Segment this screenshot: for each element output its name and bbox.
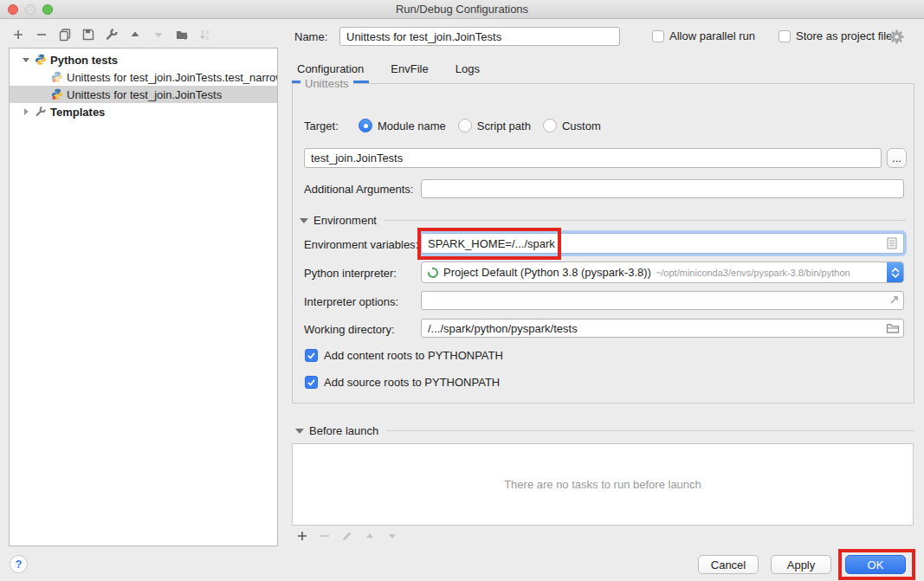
checkbox-checked-icon[interactable] xyxy=(305,349,318,362)
tree-item-label: Templates xyxy=(50,106,105,119)
help-button[interactable]: ? xyxy=(10,555,28,573)
tree-item-unittests-jointests-selected[interactable]: Unittests for test_join.JoinTests xyxy=(10,86,277,103)
before-launch-tasks-list[interactable]: There are no tasks to run before launch xyxy=(292,443,914,526)
title-bar: Run/Debug Configurations xyxy=(0,0,924,19)
environment-variables-label: Environment variables: xyxy=(304,238,418,251)
interpreter-path: ~/opt/miniconda3/envs/pyspark-3.8/bin/py… xyxy=(656,268,850,278)
tree-item-python-tests[interactable]: Python tests xyxy=(10,51,277,68)
python-interpreter-select[interactable]: Project Default (Python 3.8 (pyspark-3.8… xyxy=(421,261,904,283)
tab-logs[interactable]: Logs xyxy=(450,62,485,83)
edit-task-icon xyxy=(341,530,353,545)
tree-item-unittests-narrow[interactable]: Unittests for test_join.JoinTests.test_n… xyxy=(10,68,277,86)
target-input[interactable] xyxy=(304,148,882,168)
before-launch-header-label: Before launch xyxy=(309,424,378,437)
tab-envfile[interactable]: EnvFile xyxy=(385,62,433,83)
allow-parallel-run-label: Allow parallel run xyxy=(669,29,755,42)
conda-environment-icon xyxy=(427,267,439,279)
remove-task-icon xyxy=(319,530,331,545)
interpreter-options-label: Interpreter options: xyxy=(304,295,398,308)
radio-script-path[interactable] xyxy=(458,119,472,132)
edit-templates-icon[interactable] xyxy=(105,28,119,42)
svg-text:a: a xyxy=(206,29,210,35)
allow-parallel-run-checkbox[interactable]: Allow parallel run xyxy=(652,29,755,42)
configurations-toolbar: az xyxy=(11,28,212,42)
tree-item-label: Python tests xyxy=(50,54,118,67)
apply-button[interactable]: Apply xyxy=(771,555,831,574)
move-down-icon xyxy=(152,28,165,42)
cancel-button[interactable]: Cancel xyxy=(698,555,759,574)
add-content-roots-label: Add content roots to PYTHONPATH xyxy=(324,349,503,362)
target-label: Target: xyxy=(304,119,347,132)
configurations-tree: Python tests Unittests for test_join.Joi… xyxy=(9,48,278,546)
radio-custom[interactable] xyxy=(543,119,557,132)
add-source-roots-checkbox[interactable]: Add source roots to PYTHONPATH xyxy=(305,376,500,389)
unittests-group-legend: Unittests xyxy=(300,77,353,90)
remove-configuration-icon[interactable] xyxy=(35,28,48,42)
checkbox-checked-icon[interactable] xyxy=(305,376,318,389)
gear-icon[interactable] xyxy=(889,29,904,47)
environment-section-header[interactable]: Environment xyxy=(300,214,906,227)
add-configuration-icon[interactable] xyxy=(11,28,25,42)
sort-alphabetically-icon: az xyxy=(198,28,212,42)
ok-button[interactable]: OK xyxy=(845,555,906,574)
interpreter-options-input[interactable] xyxy=(421,291,904,310)
browse-target-button[interactable]: ... xyxy=(887,148,907,168)
dropdown-stepper-icon[interactable] xyxy=(887,261,904,283)
chevron-down-icon[interactable] xyxy=(20,54,32,66)
additional-arguments-input[interactable] xyxy=(421,179,904,198)
working-directory-input[interactable] xyxy=(421,319,904,338)
move-task-down-icon xyxy=(386,530,398,545)
no-tasks-message: There are no tasks to run before launch xyxy=(504,478,701,491)
python-test-icon xyxy=(51,88,63,100)
add-source-roots-label: Add source roots to PYTHONPATH xyxy=(324,376,500,389)
checkbox-unchecked-icon[interactable] xyxy=(779,30,791,42)
tree-item-label: Unittests for test_join.JoinTests.test_n… xyxy=(67,71,277,84)
run-debug-configurations-dialog: { "window": { "title": "Run/Debug Config… xyxy=(0,0,924,581)
tree-item-templates[interactable]: Templates xyxy=(10,103,277,120)
radio-custom-label: Custom xyxy=(562,119,601,132)
radio-script-path-label: Script path xyxy=(477,119,531,132)
add-task-icon[interactable] xyxy=(296,530,308,545)
chevron-right-icon[interactable] xyxy=(20,106,32,118)
wrench-icon xyxy=(35,106,47,118)
configuration-tabs: Configuration EnvFile Logs xyxy=(292,57,914,84)
chevron-down-icon[interactable] xyxy=(295,429,304,434)
svg-text:z: z xyxy=(206,35,209,41)
move-task-up-icon xyxy=(364,530,376,545)
unittests-group: Unittests Target: Module name Script pat… xyxy=(292,83,914,403)
section-divider xyxy=(384,220,906,221)
name-input[interactable] xyxy=(339,27,620,46)
python-icon xyxy=(35,54,47,66)
tree-item-label: Unittests for test_join.JoinTests xyxy=(67,88,222,101)
interpreter-value: Project Default (Python 3.8 (pyspark-3.8… xyxy=(443,266,651,279)
add-content-roots-checkbox[interactable]: Add content roots to PYTHONPATH xyxy=(305,349,503,362)
working-directory-label: Working directory: xyxy=(304,323,395,336)
radio-module-name[interactable] xyxy=(359,119,372,132)
new-folder-icon[interactable] xyxy=(175,28,189,42)
store-as-project-file-label: Store as project file xyxy=(796,29,892,42)
python-test-icon xyxy=(51,71,63,83)
window-title: Run/Debug Configurations xyxy=(0,3,924,16)
store-as-project-file-checkbox[interactable]: Store as project file xyxy=(779,29,892,42)
before-launch-section-header[interactable]: Before launch xyxy=(295,424,914,437)
move-up-icon[interactable] xyxy=(128,28,142,42)
radio-module-name-label: Module name xyxy=(378,119,446,132)
copy-configuration-icon[interactable] xyxy=(58,28,72,42)
environment-header-label: Environment xyxy=(313,214,377,227)
additional-arguments-label: Additional Arguments: xyxy=(304,183,413,196)
python-interpreter-label: Python interpreter: xyxy=(304,267,397,280)
chevron-down-icon[interactable] xyxy=(300,218,308,223)
before-launch-toolbar xyxy=(296,530,398,545)
checkbox-unchecked-icon[interactable] xyxy=(652,30,664,42)
environment-variables-input[interactable] xyxy=(421,233,904,254)
target-row: Target: Module name Script path Custom xyxy=(304,119,601,132)
section-divider xyxy=(386,430,914,431)
save-configuration-icon[interactable] xyxy=(81,28,95,42)
name-label: Name: xyxy=(294,30,327,43)
